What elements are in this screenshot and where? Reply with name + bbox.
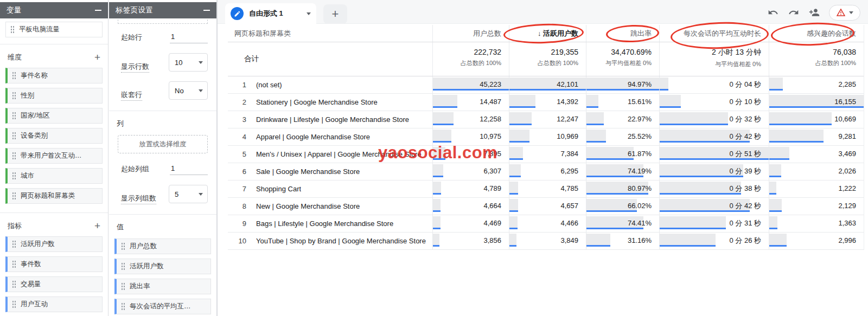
dimension-chip-label: 带来用户首次互动… xyxy=(21,151,82,160)
column-dimension-dropzone[interactable]: 放置或选择维度 xyxy=(118,135,208,153)
value-cell-bounce: 66.02% xyxy=(586,198,659,215)
value-cell-active: 3,849 xyxy=(509,233,586,249)
minimize-icon[interactable] xyxy=(203,10,210,11)
value-cell-bounce: 80.97% xyxy=(586,180,659,197)
show-cols-dropdown[interactable]: 5 xyxy=(169,185,208,203)
segment-chip[interactable]: 平板电脑流量 xyxy=(5,22,103,37)
value-chip[interactable]: 活跃用户数 xyxy=(114,259,211,274)
drag-handle-icon xyxy=(12,192,16,200)
value-cell-engaged: 1,222 xyxy=(769,180,864,197)
value-cell-engaged: 2,026 xyxy=(769,163,864,180)
table-row[interactable]: 5Men's / Unisex | Apparel | Google Merch… xyxy=(228,146,864,163)
dimension-chip[interactable]: 带来用户首次互动… xyxy=(5,148,103,164)
tab-settings-panel-header: 标签页设置 xyxy=(109,2,216,18)
drag-handle-icon xyxy=(12,132,16,140)
drag-handle-icon xyxy=(12,92,16,100)
table-row[interactable]: 10YouTube | Shop by Brand | Google Merch… xyxy=(228,233,864,250)
warning-status-button[interactable] xyxy=(829,5,860,21)
dimension-cell: 10YouTube | Shop by Brand | Google Merch… xyxy=(228,233,432,249)
metric-chip-label: 活跃用户数 xyxy=(21,240,55,249)
start-col-input[interactable]: 1 xyxy=(170,163,208,175)
value-cell-active: 6,295 xyxy=(509,163,586,180)
columns-section-header: 列 xyxy=(109,119,216,128)
value-cell-duration: 0 分 32 秒 xyxy=(659,111,769,128)
value-cell-users: 10,975 xyxy=(432,128,509,145)
show-rows-dropdown[interactable]: 10 xyxy=(169,53,208,72)
undo-icon[interactable] xyxy=(767,7,779,18)
totals-label: 合计 xyxy=(228,42,432,76)
metric-chip[interactable]: 活跃用户数 xyxy=(5,236,103,252)
drag-handle-icon xyxy=(12,112,16,120)
column-header-engaged[interactable]: 感兴趣的会话数 xyxy=(769,25,864,42)
column-header-bounce[interactable]: 跳出率 xyxy=(586,25,659,42)
dimension-chip[interactable]: 城市 xyxy=(5,168,103,184)
metric-chip[interactable]: 交易量 xyxy=(5,276,103,292)
dimension-chip[interactable]: 性别 xyxy=(5,88,103,104)
tab-label: 自由形式 1 xyxy=(249,9,283,18)
dimension-chip[interactable]: 设备类别 xyxy=(5,128,103,144)
dimension-chip-list: 事件名称性别国家/地区设备类别带来用户首次互动…城市网页标题和屏幕类 xyxy=(0,68,108,204)
table-row[interactable]: 2Stationery | Google Merchandise Store14… xyxy=(228,94,864,111)
value-chip[interactable]: 用户总数 xyxy=(114,238,211,254)
drag-handle-icon xyxy=(12,72,16,80)
value-cell-active: 4,466 xyxy=(509,215,586,232)
drag-handle-icon xyxy=(12,300,16,308)
dimension-chip-label: 设备类别 xyxy=(21,131,48,140)
table-row[interactable]: 9Bags | Lifestyle | Google Merchandise S… xyxy=(228,215,864,233)
add-metric-button[interactable]: + xyxy=(94,221,100,231)
dimension-cell: 3Drinkware | Lifestyle | Google Merchand… xyxy=(228,111,432,128)
metrics-title: 指标 xyxy=(8,221,22,231)
drag-handle-icon xyxy=(121,302,125,311)
value-cell-bounce: 61.87% xyxy=(586,146,659,163)
value-cell-users: 45,223 xyxy=(432,76,509,93)
column-header-users[interactable]: 用户总数 xyxy=(432,25,509,42)
value-chip[interactable]: 跳出率 xyxy=(114,279,211,294)
drag-handle-icon xyxy=(121,242,125,250)
table-row[interactable]: 4Apparel | Google Merchandise Store10,97… xyxy=(228,128,864,146)
minimize-icon[interactable] xyxy=(95,10,101,11)
column-header-duration[interactable]: 每次会话的平均互动时长 xyxy=(659,25,769,42)
value-cell-bounce: 25.52% xyxy=(586,128,659,145)
table-row[interactable]: 3Drinkware | Lifestyle | Google Merchand… xyxy=(228,111,864,128)
add-tab-button[interactable]: + xyxy=(323,4,347,24)
dimension-cell: 9Bags | Lifestyle | Google Merchandise S… xyxy=(228,215,432,232)
drag-handle-icon xyxy=(12,172,16,180)
table-row[interactable]: 6Sale | Google Merchandise Store6,3076,2… xyxy=(228,163,864,180)
metric-chip-list: 活跃用户数事件数交易量用户互动每次会话的平均互… xyxy=(0,236,108,316)
metric-chip[interactable]: 用户互动 xyxy=(5,296,103,312)
totals-cell-bounce: 34,470.69%与平均值相差 0% xyxy=(586,42,659,76)
dimension-chip[interactable]: 国家/地区 xyxy=(5,108,103,124)
value-cell-bounce: 74.19% xyxy=(586,163,659,180)
metrics-section-header: 指标 + xyxy=(0,221,108,231)
value-cell-duration: 0 分 39 秒 xyxy=(659,163,769,180)
value-cell-bounce: 74.41% xyxy=(586,215,659,232)
dimension-cell: 7Shopping Cart xyxy=(228,180,432,197)
value-chip-list: 用户总数活跃用户数跳出率每次会话的平均互…感兴趣的会话数 xyxy=(109,238,216,316)
dimension-cell: 4Apparel | Google Merchandise Store xyxy=(228,128,432,145)
table-row[interactable]: 8New | Google Merchandise Store4,6644,65… xyxy=(228,198,864,215)
value-cell-engaged: 2,285 xyxy=(769,76,864,93)
tab-freeform-1[interactable]: 自由形式 1 xyxy=(225,3,316,24)
drag-handle-icon xyxy=(12,152,16,160)
value-cell-active: 7,384 xyxy=(509,146,586,163)
value-cell-engaged: 10,669 xyxy=(769,111,864,128)
value-chip[interactable]: 每次会话的平均互… xyxy=(114,299,211,314)
metric-chip[interactable]: 事件数 xyxy=(5,256,103,272)
nested-rows-dropdown[interactable]: No xyxy=(169,81,208,100)
dimension-chip[interactable]: 事件名称 xyxy=(5,68,103,83)
redo-icon[interactable] xyxy=(788,7,800,18)
drag-handle-icon xyxy=(12,260,16,268)
table-row[interactable]: 7Shopping Cart4,7894,78580.97%0 分 38 秒1,… xyxy=(228,180,864,198)
table-row[interactable]: 1(not set)45,22342,10194.97%0 分 04 秒2,28… xyxy=(228,76,864,94)
person-add-icon[interactable] xyxy=(808,7,820,18)
dimensions-section-header: 维度 + xyxy=(0,52,108,62)
exploration-canvas: 自由形式 1 + 网页标题和屏幕类用户总数↓ 活跃用户 xyxy=(217,0,868,316)
dimension-chip[interactable]: 网页标题和屏幕类 xyxy=(5,188,103,204)
value-cell-duration: 0 分 42 秒 xyxy=(659,128,769,145)
add-dimension-button[interactable]: + xyxy=(94,52,100,62)
column-header-active[interactable]: ↓ 活跃用户数 xyxy=(509,25,586,42)
start-row-input[interactable]: 1 xyxy=(170,31,208,43)
value-cell-users: 7,395 xyxy=(432,146,509,163)
value-cell-users: 4,789 xyxy=(432,180,509,197)
value-chip-label: 活跃用户数 xyxy=(130,262,164,271)
